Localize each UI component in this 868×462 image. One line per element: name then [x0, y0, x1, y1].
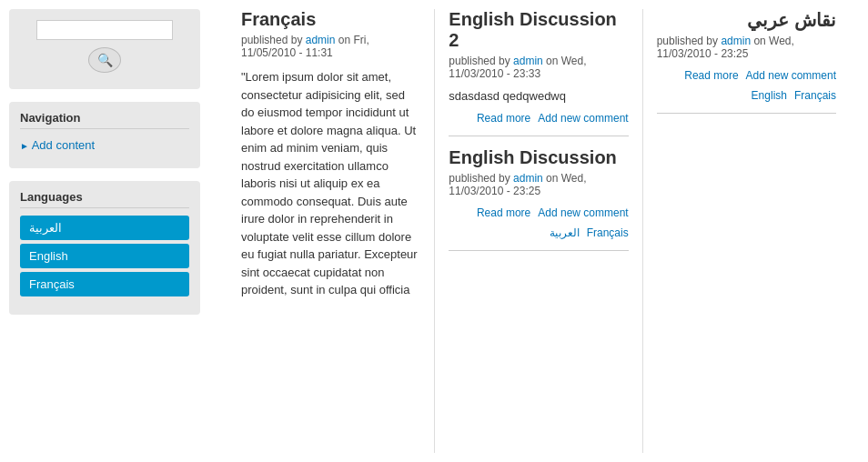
- navigation-title: Navigation: [20, 111, 189, 129]
- add-comment-link[interactable]: Add new comment: [746, 69, 836, 82]
- article-meta: published by admin on Fri, 11/05/2010 - …: [241, 34, 420, 59]
- article-meta: published by admin on Wed, 11/03/2010 - …: [449, 55, 628, 80]
- search-box: 🔍: [9, 9, 200, 89]
- column-francais: Français published by admin on Fri, 11/0…: [227, 9, 435, 453]
- language-button-francais[interactable]: Français: [20, 272, 189, 296]
- article-author[interactable]: admin: [721, 35, 751, 47]
- article-title: نقاش عربي: [657, 9, 836, 31]
- article-meta: published by admin on Wed, 11/03/2010 - …: [449, 172, 628, 197]
- add-comment-link[interactable]: Add new comment: [538, 206, 628, 219]
- article-title: Français: [241, 9, 420, 30]
- search-button[interactable]: 🔍: [88, 47, 121, 73]
- languages-block: Languages العربية English Français: [9, 181, 200, 315]
- article-title: English Discussion 2: [449, 9, 628, 51]
- lang-francais-link[interactable]: Français: [587, 226, 629, 239]
- article-divider: [657, 113, 836, 114]
- search-input[interactable]: [36, 20, 173, 40]
- column-arabic: نقاش عربي published by admin on Wed, 11/…: [643, 9, 850, 453]
- lang-francais-link[interactable]: Français: [794, 89, 836, 102]
- lang-english-link[interactable]: English: [752, 89, 787, 102]
- read-more-link[interactable]: Read more: [684, 69, 738, 82]
- article-meta: published by admin on Wed, 11/03/2010 - …: [657, 35, 836, 60]
- language-button-arabic[interactable]: العربية: [20, 216, 189, 240]
- meta-prefix: published by: [449, 55, 513, 67]
- article-author[interactable]: admin: [306, 34, 336, 46]
- article-english-discussion-2: English Discussion 2 published by admin …: [449, 9, 628, 125]
- meta-prefix: published by: [241, 34, 306, 46]
- read-more-link[interactable]: Read more: [477, 206, 530, 219]
- article-divider: [449, 136, 628, 136]
- lang-arabic-link[interactable]: العربية: [550, 226, 580, 239]
- meta-prefix: published by: [449, 172, 513, 185]
- meta-prefix: published by: [657, 35, 722, 47]
- article-english-discussion: English Discussion published by admin on…: [449, 147, 628, 239]
- article-francais: Français published by admin on Fri, 11/0…: [241, 9, 420, 299]
- navigation-block: Navigation Add content: [9, 102, 200, 168]
- column-english: English Discussion 2 published by admin …: [435, 9, 642, 453]
- sidebar: 🔍 Navigation Add content Languages العرب…: [0, 0, 209, 462]
- add-comment-link[interactable]: Add new comment: [538, 112, 628, 125]
- article-links: Read more Add new comment English França…: [657, 69, 836, 102]
- article-body: "Lorem ipsum dolor sit amet, consectetur…: [241, 68, 420, 299]
- article-arabic-discussion: نقاش عربي published by admin on Wed, 11/…: [657, 9, 836, 102]
- article-author[interactable]: admin: [513, 55, 543, 67]
- article-links: Read more Add new comment: [449, 112, 628, 125]
- read-more-link[interactable]: Read more: [477, 112, 530, 125]
- article-divider-2: [449, 250, 628, 251]
- languages-title: Languages: [20, 190, 189, 208]
- sidebar-item-add-content[interactable]: Add content: [20, 136, 189, 154]
- article-author[interactable]: admin: [513, 172, 543, 185]
- article-title: English Discussion: [449, 147, 628, 168]
- article-links: Read more Add new comment العربية França…: [449, 206, 628, 239]
- language-button-english[interactable]: English: [20, 244, 189, 268]
- article-excerpt: sdasdasd qedqwedwq: [449, 89, 628, 103]
- main-content: Français published by admin on Fri, 11/0…: [209, 0, 868, 462]
